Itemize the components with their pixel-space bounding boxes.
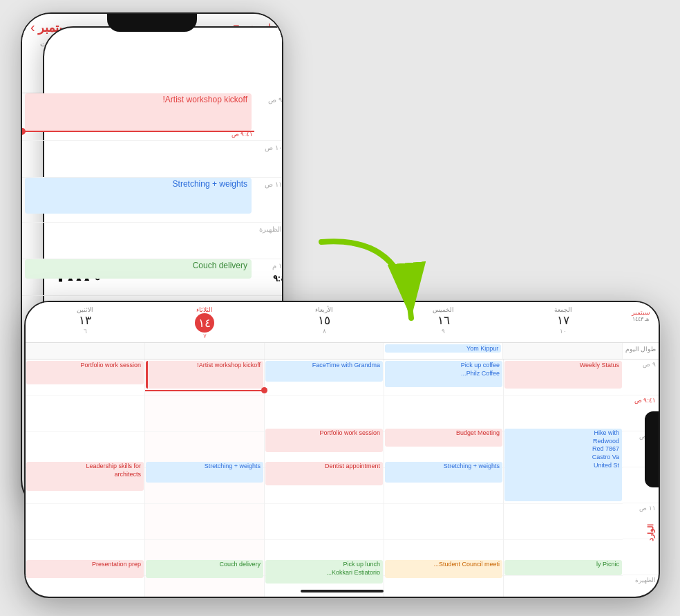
landscape-allday-row: طوال اليوم Yom Kippur — [26, 343, 659, 360]
event-picnic[interactable]: ly Picnic — [504, 560, 622, 575]
event-leadership[interactable]: Leadership skills forarchitects — [26, 462, 144, 491]
date-sub-16: ٩ — [442, 328, 445, 335]
event-pickup-lunch[interactable]: Pick up lunchKokkari Estiatorio... — [265, 560, 383, 584]
date-num-17[interactable]: ١٧ — [557, 313, 569, 328]
event-stretching-thu[interactable]: Stretching + weights — [385, 462, 502, 483]
allday-col-thursday: Yom Kippur — [384, 343, 503, 359]
date-sub-14: ٧ — [203, 333, 207, 339]
event-presentation-prep[interactable]: Presentation prep — [26, 560, 144, 578]
date-num-13[interactable]: ١٣ — [79, 313, 91, 328]
allday-col-tuesday — [145, 343, 265, 359]
current-time-line — [22, 131, 254, 132]
landscape-grid: Weekly Status Hike withRedwood7867 RedCa… — [26, 360, 623, 597]
event-facetime[interactable]: FaceTime with Grandma — [265, 361, 383, 382]
day-col-friday[interactable]: الجمعة ١٧ ١٠ — [503, 306, 623, 339]
event-portfolio-mon[interactable]: Portfolio work session — [26, 361, 144, 384]
day-label-thursday: الخميس — [433, 306, 454, 313]
current-time-dot — [22, 128, 26, 135]
grid-col-thursday: Pick up coffeePhilz Coffee... Budget Mee… — [384, 360, 504, 597]
event-artist-workshop-land[interactable]: Artist workshop kickoff! — [146, 361, 263, 389]
phone-landscape: الوارد سبتمبر هـ ١٤٤٣ الجمعة ١٧ ١٠ الخمي… — [24, 301, 660, 598]
time-row-1pm: ١ م Couch delivery — [22, 259, 282, 296]
current-dot — [261, 387, 267, 393]
time-col-header: سبتمبر هـ ١٤٤٣ — [623, 306, 659, 339]
landscape-body[interactable]: ٩ ص ٩:٤١ ص ١٠ ص ١١ ص الظهيرة ١ م ٢ م — [26, 360, 659, 597]
allday-label: طوال اليوم — [623, 343, 659, 359]
allday-col-monday — [26, 343, 145, 359]
hijri-header: هـ ١٤٤٣ — [623, 316, 659, 322]
time-row-10am: ١٠ ص — [22, 141, 282, 178]
event-couch-delivery[interactable]: Couch delivery — [25, 259, 252, 279]
forward-arrow[interactable]: › — [30, 19, 35, 35]
event-weekly-status[interactable]: Weekly Status — [504, 361, 622, 389]
event-yom-kippur[interactable]: Yom Kippur — [385, 344, 501, 353]
date-num-14[interactable]: ١٤ — [195, 313, 214, 333]
day-label-monday: الاثنين — [77, 306, 93, 313]
green-arrow — [308, 228, 432, 339]
event-dentist[interactable]: Dentist appointment — [265, 462, 383, 485]
event-budget-meeting[interactable]: Budget Meeting — [385, 429, 502, 447]
event-hike[interactable]: Hike withRedwood7867 RedCastro VaUnited … — [504, 429, 622, 501]
day-col-monday[interactable]: الاثنين ١٣ ٦ — [26, 306, 145, 339]
event-portfolio-wed[interactable]: Portfolio work session — [265, 429, 383, 452]
grid-col-friday: Weekly Status Hike withRedwood7867 RedCa… — [504, 360, 623, 597]
time-row-noon: الظهيرة — [22, 223, 282, 259]
left-sidebar-label: الوارد — [645, 524, 654, 541]
date-sub-13: ٦ — [84, 328, 87, 335]
date-num-16[interactable]: ١٦ — [437, 313, 450, 328]
day-label-tuesday: الثلاثاء — [196, 306, 213, 313]
day-label-friday: الجمعة — [554, 306, 572, 313]
time-row-9am: ٩ ص Artist workshop kickoff! ٩:٤١ ص — [22, 93, 282, 141]
sept-label: سبتمبر — [623, 306, 659, 316]
grid-col-monday: Portfolio work session Leadership skills… — [26, 360, 145, 597]
event-pickup-coffee[interactable]: Pick up coffeePhilz Coffee... — [385, 361, 502, 387]
allday-col-friday — [503, 343, 623, 359]
allday-col-wednesday — [265, 343, 384, 359]
event-stretching-tue[interactable]: Stretching + weights — [146, 462, 263, 483]
home-bar — [301, 590, 384, 592]
grid-col-tuesday: Artist workshop kickoff! Stretching + we… — [145, 360, 265, 597]
event-artist-workshop[interactable]: Artist workshop kickoff! — [25, 93, 252, 131]
day-col-tuesday[interactable]: الثلاثاء ١٤ ٧ — [145, 306, 265, 339]
event-student-council[interactable]: Student Council meeti... — [385, 560, 502, 578]
landscape-calendar: سبتمبر هـ ١٤٤٣ الجمعة ١٧ ١٠ الخميس ١٦ ٩ … — [26, 302, 659, 597]
event-stretching[interactable]: Stretching + weights — [25, 178, 252, 214]
date-sub-17: ١٠ — [560, 328, 567, 335]
time-row-11am: ١١ ص Stretching + weights — [22, 178, 282, 223]
notch-landscape — [645, 411, 659, 487]
current-time-line-land — [145, 390, 264, 391]
grid-col-wednesday: FaceTime with Grandma Portfolio work ses… — [265, 360, 384, 597]
event-couch-delivery-land[interactable]: Couch delivery — [146, 560, 263, 578]
notch — [107, 14, 197, 32]
